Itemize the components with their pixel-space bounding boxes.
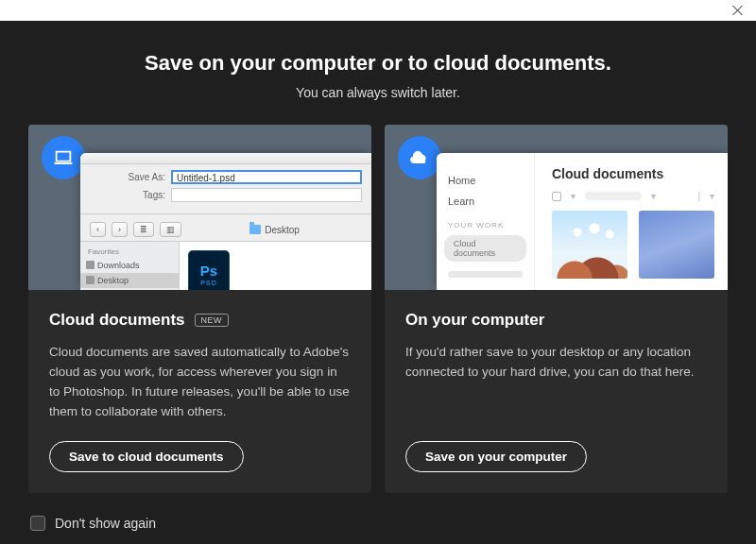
sidebar-item: Downloads (80, 258, 179, 273)
nav-home: Home (437, 170, 534, 191)
finder-sidebar: Favorites Downloads Desktop Applications… (80, 242, 180, 290)
save-on-computer-button[interactable]: Save on your computer (405, 441, 587, 472)
view-list-icon: ≣ (133, 222, 154, 237)
card-cloud-preview: Save As: Untitled-1.psd Tags: ‹ › ≣ ▥ (28, 125, 371, 290)
nav-cloud-docs: Cloud documents (444, 235, 526, 262)
card-cloud-documents: Save As: Untitled-1.psd Tags: ‹ › ≣ ▥ (28, 125, 371, 493)
card-computer-description: If you'd rather save to your desktop or … (405, 343, 707, 382)
macos-save-dialog-mock: Save As: Untitled-1.psd Tags: ‹ › ≣ ▥ (80, 153, 371, 290)
divider-icon: | (697, 191, 700, 201)
view-grid-icon: ▥ (160, 222, 181, 237)
caret-down-icon: ▾ (571, 191, 576, 201)
cloud-main-title: Cloud documents (552, 166, 714, 181)
cards-row: Save As: Untitled-1.psd Tags: ‹ › ≣ ▥ (0, 100, 756, 493)
save-to-cloud-button[interactable]: Save to cloud documents (49, 441, 244, 472)
nav-learn: Learn (437, 191, 534, 212)
laptop-icon (42, 136, 85, 179)
dont-show-again[interactable]: Don't show again (30, 516, 156, 531)
checkbox-icon[interactable] (30, 516, 45, 531)
save-choice-dialog: Save on your computer or to cloud docume… (0, 21, 756, 544)
caret-down-icon: ▾ (651, 191, 656, 201)
card-cloud-title: Cloud documents (49, 311, 185, 330)
nav-section-header: YOUR WORK (437, 212, 534, 233)
sort-placeholder (585, 192, 642, 200)
sidebar-header: Favorites (80, 246, 179, 258)
dont-show-label: Don't show again (55, 516, 156, 531)
location-label: Desktop (265, 225, 300, 235)
save-as-input: Untitled-1.psd (171, 170, 362, 184)
new-badge: NEW (195, 314, 230, 327)
dialog-title: Save on your computer or to cloud docume… (0, 21, 756, 76)
document-thumbnail (552, 211, 627, 279)
card-on-computer: Home Learn YOUR WORK Cloud documents Clo… (385, 125, 728, 493)
card-computer-title: On your computer (405, 311, 544, 330)
document-thumbnail (639, 211, 714, 279)
close-icon[interactable] (731, 4, 745, 17)
nav-placeholder-bar (448, 271, 523, 278)
card-cloud-description: Cloud documents are saved automatically … (49, 343, 351, 422)
sidebar-item: Applications (80, 288, 179, 290)
nav-back-icon: ‹ (90, 222, 106, 237)
select-all-checkbox-icon (552, 192, 561, 201)
dialog-subtitle: You can always switch later. (0, 85, 756, 100)
cloud-icon (398, 136, 441, 179)
folder-icon (249, 225, 261, 234)
cloud-home-mock: Home Learn YOUR WORK Cloud documents Clo… (437, 153, 728, 290)
sidebar-item: Desktop (80, 273, 179, 288)
tags-input (171, 188, 362, 202)
window-titlebar (0, 0, 756, 21)
nav-fwd-icon: › (112, 222, 128, 237)
caret-down-icon: ▾ (710, 191, 714, 201)
card-computer-preview: Home Learn YOUR WORK Cloud documents Clo… (385, 125, 728, 290)
save-as-label: Save As: (90, 172, 165, 182)
tags-label: Tags: (90, 190, 165, 200)
psd-file-icon: Ps PSD (189, 251, 229, 290)
